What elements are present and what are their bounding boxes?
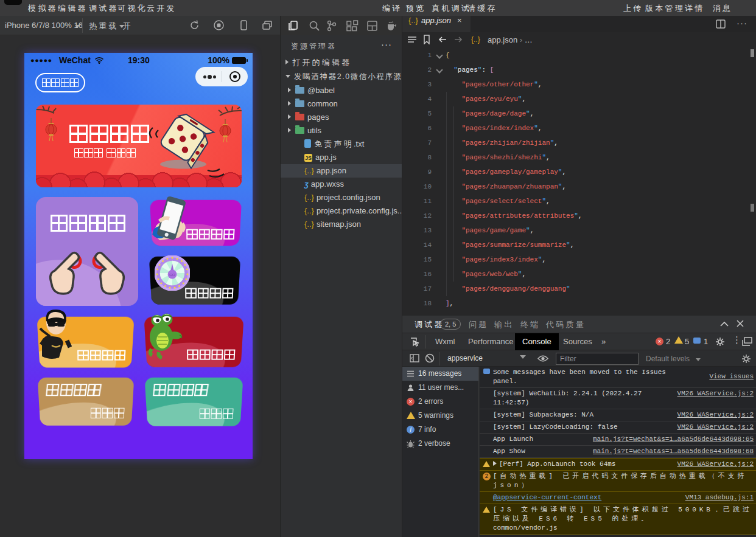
svg-text:GO: GO bbox=[169, 273, 175, 277]
